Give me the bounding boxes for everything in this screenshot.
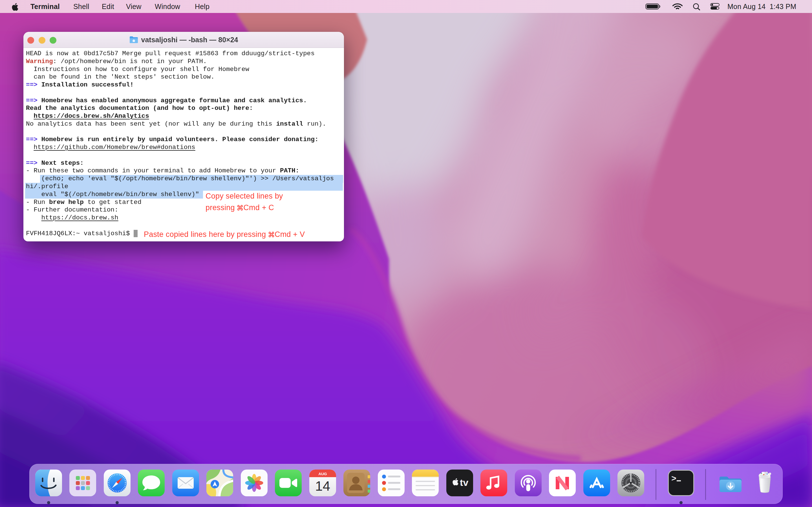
svg-text:14: 14: [315, 478, 330, 494]
svg-text:>: >: [671, 474, 676, 484]
svg-text:tv: tv: [460, 477, 468, 488]
svg-text:AUG: AUG: [318, 472, 327, 476]
